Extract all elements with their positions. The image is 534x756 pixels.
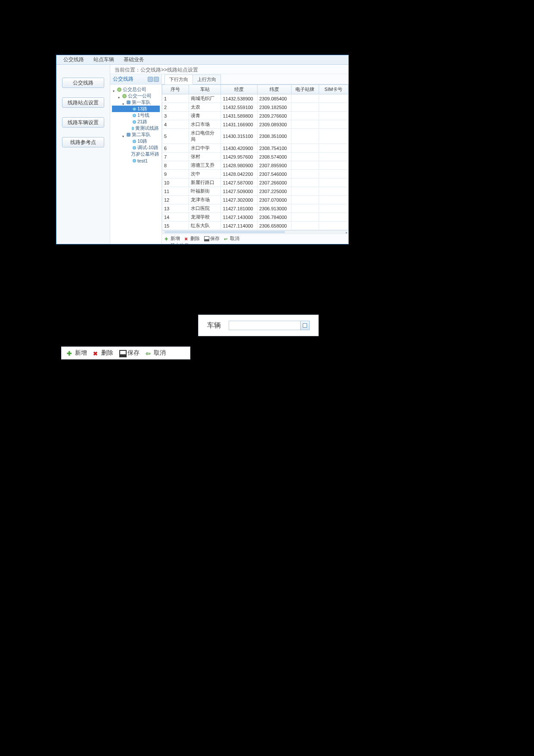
table-cell: 1: [162, 94, 189, 103]
tree-node[interactable]: 万岁公墓环路: [112, 151, 160, 157]
table-cell: [291, 196, 319, 204]
float-cancel-button[interactable]: 取消: [144, 348, 168, 358]
detail-panel: 下行方向 上行方向 序号车站经度纬度电子站牌SIM卡号 1南城毛织厂11432.…: [162, 74, 348, 244]
table-cell: 11428.042200: [221, 170, 258, 178]
table-row[interactable]: 12龙津市场11427.3020002307.070000: [162, 196, 348, 204]
table-cell: [291, 204, 319, 213]
table-cell: [291, 112, 319, 120]
float-vehicle-lookup-button[interactable]: [300, 321, 310, 330]
float-save-button[interactable]: 保存: [118, 348, 141, 358]
column-header[interactable]: 纬度: [257, 85, 291, 94]
route-icon: [133, 120, 136, 124]
tab-down[interactable]: 下行方向: [165, 75, 193, 84]
float-delete-button[interactable]: 删除: [91, 348, 115, 358]
save-button[interactable]: 保存: [204, 235, 220, 242]
tree-node[interactable]: 21路: [112, 119, 160, 125]
delete-icon: [184, 236, 189, 241]
expand-arrow-icon: [118, 94, 121, 97]
table-row[interactable]: 11叶福新街11427.5090002307.225000: [162, 187, 348, 196]
tree-tool-icon-1[interactable]: [148, 77, 153, 82]
table-cell: 5: [162, 129, 189, 144]
tree-node-label: 21路: [137, 119, 147, 125]
tree-node[interactable]: 第一车队: [112, 99, 160, 106]
tree-node-label: 1号线: [137, 112, 149, 119]
left-nav-station-setting[interactable]: 线路站点设置: [62, 97, 104, 108]
table-row[interactable]: 9次中11428.0422002307.546000: [162, 170, 348, 178]
delete-icon: [93, 350, 99, 356]
top-tab-base-business[interactable]: 基础业务: [119, 55, 149, 65]
table-cell: [319, 112, 348, 120]
table-cell: 11429.957600: [221, 153, 258, 161]
cancel-button[interactable]: 取消: [224, 235, 239, 242]
table-row[interactable]: 13水口医院11427.1810002306.913000: [162, 204, 348, 213]
route-icon: [133, 114, 136, 117]
left-nav-vehicle-setting[interactable]: 线路车辆设置: [62, 117, 104, 128]
table-row[interactable]: 15红东大队11427.1140002306.658000: [162, 222, 348, 230]
save-icon: [119, 350, 125, 356]
table-cell: 2307.546000: [257, 170, 291, 178]
scrollbar-right-arrow-icon[interactable]: ▸: [346, 231, 348, 234]
tree-node[interactable]: 调试-10路: [112, 144, 160, 151]
table-cell: [291, 103, 319, 112]
tree-body: 公交总公司公交一公司第一车队13路1号线21路黄测试线路第二车队10路调试-10…: [110, 84, 161, 244]
table-cell: 14: [162, 213, 189, 222]
float-cancel-label: 取消: [154, 349, 166, 357]
tab-up[interactable]: 上行方向: [192, 75, 221, 84]
plus-icon: [165, 236, 169, 241]
tree-node[interactable]: 10路: [112, 138, 160, 144]
table-cell: 11428.980900: [221, 161, 258, 170]
table-row[interactable]: 4水口市场11431.1669002309.089300: [162, 120, 348, 129]
column-header[interactable]: 序号: [162, 85, 189, 94]
column-header[interactable]: SIM卡号: [319, 85, 348, 94]
tree-node[interactable]: 黄测试线路: [112, 125, 160, 131]
table-cell: 2308.351000: [257, 129, 291, 144]
top-tab-bus-route[interactable]: 公交线路: [59, 55, 88, 65]
delete-button[interactable]: 删除: [184, 235, 200, 242]
table-row[interactable]: 14龙湖学校11427.1430002306.784000: [162, 213, 348, 222]
table-cell: 2309.085400: [257, 94, 291, 103]
table-row[interactable]: 5水口电信分局11430.3151002308.351000: [162, 129, 348, 144]
left-nav-reference-point[interactable]: 线路参考点: [62, 137, 104, 147]
table-cell: 13: [162, 204, 189, 213]
add-button[interactable]: 新增: [165, 235, 180, 242]
column-header[interactable]: 车站: [189, 85, 221, 94]
float-add-button[interactable]: 新增: [65, 348, 89, 358]
table-cell: 15: [162, 222, 189, 230]
table-row[interactable]: 1南城毛织厂11432.5389002309.085400: [162, 94, 348, 103]
left-nav-bus-route[interactable]: 公交线路: [62, 78, 104, 88]
station-grid[interactable]: 序号车站经度纬度电子站牌SIM卡号 1南城毛织厂11432.5389002309…: [162, 84, 348, 230]
table-row[interactable]: 10新屋行路口11427.5870002307.266000: [162, 178, 348, 187]
table-row[interactable]: 2太农11432.5591002309.182500: [162, 103, 348, 112]
table-row[interactable]: 7张村11429.9576002308.574000: [162, 153, 348, 161]
table-cell: 2307.895900: [257, 161, 291, 170]
float-vehicle-input[interactable]: [229, 321, 310, 330]
tree-node[interactable]: 1号线: [112, 112, 160, 119]
delete-label: 删除: [190, 235, 200, 242]
column-header[interactable]: 经度: [221, 85, 258, 94]
top-tab-station-vehicle[interactable]: 站点车辆: [89, 55, 118, 65]
tree-tool-icon-2[interactable]: [154, 77, 159, 82]
table-cell: 红东大队: [189, 222, 221, 230]
column-header[interactable]: 电子站牌: [291, 85, 319, 94]
direction-tabs: 下行方向 上行方向: [162, 74, 348, 84]
table-cell: [319, 222, 348, 230]
tree-node[interactable]: test1: [112, 157, 160, 164]
table-cell: [291, 187, 319, 196]
table-row[interactable]: 6水口中学11430.4209002308.754100: [162, 144, 348, 153]
tree-node[interactable]: 第二车队: [112, 131, 160, 138]
table-cell: [319, 94, 348, 103]
table-row[interactable]: 8溶塘三叉乔11428.9809002307.895900: [162, 161, 348, 170]
tree-node[interactable]: 公交总公司: [112, 86, 160, 93]
tree-node[interactable]: 13路: [112, 106, 160, 112]
table-cell: 水口电信分局: [189, 129, 221, 144]
tree-node[interactable]: 公交一公司: [112, 93, 160, 99]
table-cell: 11430.420900: [221, 144, 258, 153]
table-cell: 11430.315100: [221, 129, 258, 144]
horizontal-scrollbar[interactable]: ▸: [162, 230, 348, 234]
float-delete-label: 删除: [101, 349, 113, 357]
main-window: 公交线路 站点车辆 基础业务 公交线路 线路站点设置 线路车辆设置 线路参考点 …: [56, 55, 349, 244]
table-row[interactable]: 3谟青11431.5898002309.276600: [162, 112, 348, 120]
scrollbar-thumb[interactable]: [165, 231, 285, 233]
table-cell: 谟青: [189, 112, 221, 120]
tree-node-label: 黄测试线路: [135, 125, 159, 131]
